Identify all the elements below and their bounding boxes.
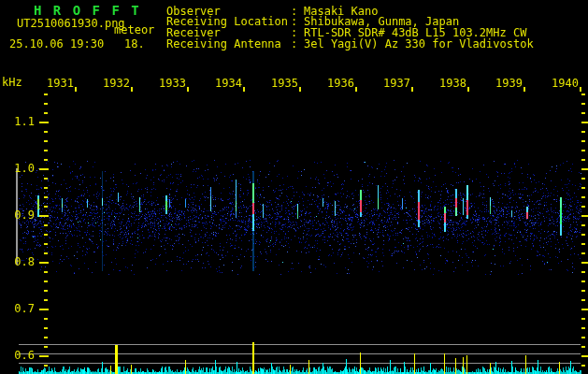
freq-tick-label: 0.6 [0,350,35,361]
info-label: Receiving Antenna [166,38,281,50]
time-axis: 1931193219331934193519361937193819391940 [0,78,588,89]
time-tick-label: 1934 [214,78,242,89]
time-tick-label: 1938 [438,78,466,89]
time-tick-label: 1932 [102,78,130,89]
freq-tick-label: 0.8 [0,256,35,267]
time-tick-label: 1931 [46,78,74,89]
time-tick-label: 1936 [326,78,354,89]
time-tick-label: 1935 [270,78,298,89]
time-tick-label: 1933 [158,78,186,89]
info-separator: : [291,38,297,50]
freq-axis-left: 1.11.00.90.80.70.6 [0,0,37,374]
freq-tick-label: 0.7 [0,303,35,314]
spectrogram-canvas [0,0,588,374]
info-value: 3el Yagi(V) Az 330 for Vladivostok [304,38,534,50]
freq-tick-label: 1.0 [0,163,35,174]
time-tick-label: 1937 [382,78,410,89]
time-tick-label: 1940 [551,78,579,89]
freq-tick-label: 0.9 [0,209,35,221]
hrofft-output-window: H R O F F T UT2510061930.png meteor 25.1… [0,0,588,374]
time-tick-label: 1939 [495,78,523,89]
freq-tick-label: 1.1 [0,116,35,127]
info-row-antenna: Receiving Antenna : 3el Yagi(V) Az 330 f… [0,38,588,50]
